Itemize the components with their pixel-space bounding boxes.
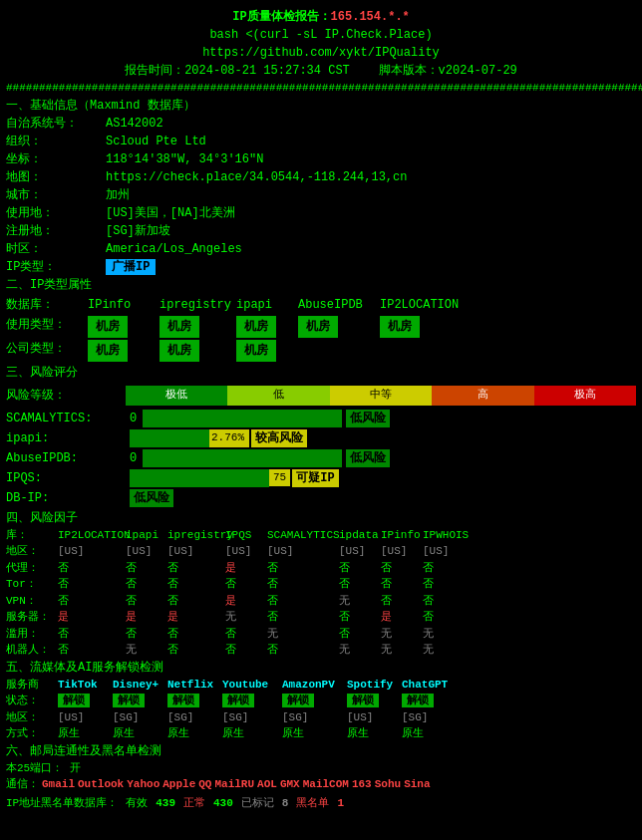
usage-value: [US]美国，[NA]北美洲 [106,204,636,222]
factor-val-3-5: 否 [339,609,381,626]
ipapi-company: 机房 [236,340,296,362]
svc-disney: Disney+ [113,677,167,694]
media-service-row: 服务商 TikTok Disney+ Netflix Youtube Amazo… [6,677,636,694]
ipapi-bar-green [130,429,209,447]
db-stats-row: IP地址黑名单数据库： 有效 439 正常 430 已标记 8 黑名单 1 [6,795,636,812]
ipqs-bar-wrap: 75 可疑IP [130,469,339,487]
db-ipapi: ipapi [236,296,296,314]
section2-header: 二、IP类型属性 [6,276,636,294]
ipapi-bar-wrap: 2.76% 较高风险 [130,429,307,447]
map-value[interactable]: https://check.place/34.0544,-118.244,13,… [106,168,636,186]
factor-val-2-7: 否 [423,593,478,610]
factor-ipwhois: IPWHOIS [423,527,478,544]
svc-netflix: Netflix [167,677,222,694]
factor-val-5-5: 无 [339,642,381,659]
mm-3: 原生 [222,725,282,742]
as-value: AS142002 [106,115,636,133]
dbip-row: DB-IP: 低风险 [6,489,636,507]
st-6: 解锁 [402,693,457,709]
risk-medium: 中等 [330,386,432,406]
ipqs-tag: 可疑IP [292,469,338,487]
st-2: 解锁 [167,693,222,709]
abuseipdb-tag: 低风险 [346,449,390,467]
org-label: 组织： [6,133,106,150]
abuseipdb-bar [143,449,342,467]
svc-chatgpt: ChatGPT [402,677,457,694]
factor-row-label-1: Tor： [6,576,58,593]
mm-2: 原生 [167,725,222,742]
db-ipinfo: IPinfo [88,296,158,314]
st-3: 解锁 [222,693,282,709]
factor-val-0-6: 否 [381,560,423,577]
risk-low: 低 [227,386,329,406]
region-4: [US] [267,543,339,560]
factor-row-label-0: 代理： [6,560,58,577]
media-status-row: 状态： 解锁 解锁 解锁 解锁 解锁 解锁 解锁 [6,693,636,709]
usage-type-label: 使用类型： [6,316,86,338]
mr-6: [SG] [402,709,457,726]
factor-row-label-2: VPN： [6,593,58,610]
factor-val-2-1: 否 [126,593,167,610]
factor-ipdata: ipdata [339,527,381,544]
factor-ipinfo: IPinfo [381,527,423,544]
svc-spotify: Spotify [347,677,402,694]
factor-val-1-2: 否 [167,576,225,593]
scamalytics-label: SCAMALYTICS: [6,410,126,427]
ipregistry-usage: 机房 [160,316,234,338]
abuseipdb-label: AbuseIPDB: [6,449,126,467]
factor-val-1-1: 否 [126,576,167,593]
block-label: 黑名单 [296,795,329,812]
factor-val-1-3: 否 [225,576,267,593]
factor-val-3-1: 是 [126,609,167,626]
risk-high: 高 [432,386,533,406]
media-method-row: 方式： 原生 原生 原生 原生 原生 原生 原生 [6,725,636,742]
abuseipdb-company [298,340,378,362]
coord-label: 坐标： [6,150,106,168]
factor-val-5-7: 无 [423,642,478,659]
factor-val-3-2: 是 [167,609,225,626]
city-value: 加州 [106,186,636,204]
isp-gmx: GMX [280,776,300,793]
factor-val-0-4: 否 [267,560,339,577]
factor-header-row: 库： IP2LOCATION ipapi ipregistry IPQS SCA… [6,527,636,544]
factor-val-4-2: 否 [167,626,225,643]
mm-5: 原生 [347,725,402,742]
ipqs-val: 75 [269,469,290,486]
isp-yahoo: Yahoo [127,776,160,793]
as-label: 自治系统号： [6,115,106,133]
factor-val-2-2: 否 [167,593,225,610]
city-label: 城市： [6,186,106,204]
company-type-label: 公司类型： [6,340,86,362]
factor-row-2: VPN：否否否是否无否否 [6,593,636,610]
dbip-label: DB-IP: [6,489,126,507]
method-label: 方式： [6,725,58,742]
reg-label: 注册地： [6,222,106,240]
dbip-tag: 低风险 [130,489,173,507]
risk-very-high: 极高 [534,386,636,406]
status-label: 状态： [6,693,58,709]
valid-num: 439 [156,795,175,812]
factor-val-1-5: 否 [339,576,381,593]
valid-label: 有效 [126,795,148,812]
factor-val-0-7: 否 [423,560,478,577]
block-num: 1 [337,795,344,812]
region-0: [US] [58,543,126,560]
coord-value: 118°14'38"W, 34°3'16"N [106,150,636,168]
isp-apple: Apple [162,776,195,793]
abuseipdb-row: AbuseIPDB: 0 低风险 [6,449,636,467]
factor-scamalytics: SCAMALYTICS [267,527,339,544]
factor-val-4-3: 否 [225,626,267,643]
region-5: [US] [339,543,381,560]
factor-val-3-4: 否 [267,609,339,626]
svc-youtube: Youtube [222,677,282,694]
region-label: 地区： [6,543,58,560]
mr-2: [SG] [167,709,222,726]
github-link[interactable]: https://github.com/xykt/IPQuality [6,44,636,62]
factor-val-5-6: 无 [381,642,423,659]
db-label: 数据库： [6,296,86,314]
isp-163: 163 [352,776,372,793]
factor-ipregistry: ipregistry [167,527,225,544]
marked-num: 8 [282,795,289,812]
risk-bar-label: 风险等级： [6,387,126,405]
mr-4: [SG] [282,709,347,726]
